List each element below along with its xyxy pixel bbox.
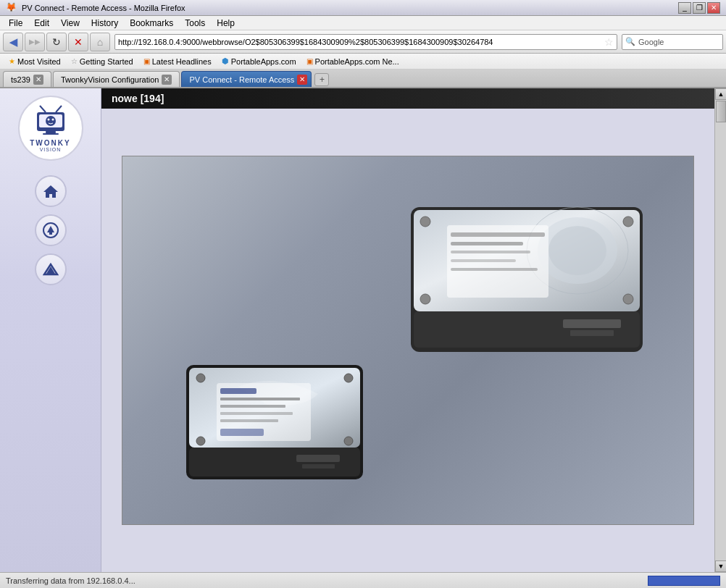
browser-icon: 🦊 [6,2,17,14]
menu-history[interactable]: History [85,17,124,30]
svg-rect-48 [302,464,335,469]
tab-pv-connect[interactable]: PV Connect - Remote Access ✕ [181,71,312,87]
svg-rect-44 [220,419,278,422]
svg-rect-32 [570,330,614,336]
star-icon: ☆ [71,57,78,65]
tab-twonky-config-close[interactable]: ✕ [162,75,172,85]
twonky-tv-svg [33,105,69,138]
status-bar: Transferring data from 192.168.0.4... [0,572,726,588]
navigation-bar: ◀ ▶▶ ↻ ✕ ⌂ http://192.168.0.4:9000/webbr… [0,30,726,54]
svg-rect-12 [49,232,52,235]
svg-point-20 [420,217,430,227]
svg-rect-31 [563,319,621,328]
svg-rect-45 [220,429,264,436]
svg-point-19 [548,226,606,275]
close-button[interactable]: ✕ [707,2,720,14]
address-bar[interactable]: http://192.168.0.4:9000/webbrowse/O2$805… [114,34,617,50]
menu-view[interactable]: View [55,17,85,30]
svg-point-23 [623,294,633,304]
menu-file[interactable]: File [3,17,28,30]
svg-rect-28 [451,259,516,262]
tab-pv-connect-label: PV Connect - Remote Access [189,75,294,84]
menu-tools[interactable]: Tools [179,17,211,30]
content-header: nowe [194] [101,88,714,109]
stop-button[interactable]: ✕ [68,33,88,51]
tab-ts239[interactable]: ts239 ✕ [3,71,51,87]
svg-point-5 [47,118,49,120]
svg-rect-29 [451,268,538,271]
content-area: TWONKY VISION nowe [194] [0,88,726,572]
window-title: PV Connect - Remote Access - Mozilla Fir… [22,4,678,12]
svg-line-0 [40,106,46,112]
minimize-button[interactable]: _ [678,2,691,14]
scroll-up-button[interactable]: ▲ [715,88,726,100]
svg-rect-30 [414,311,640,348]
sidebar-up-circle-button[interactable] [35,214,67,246]
search-input[interactable]: Google [638,38,719,46]
scroll-down-button[interactable]: ▼ [715,560,726,572]
bookmark-star-icon[interactable]: ☆ [604,36,614,48]
svg-point-6 [51,118,54,120]
bookmark-most-visited[interactable]: ★ Most Visited [4,56,65,67]
rss-icon-2: ▣ [306,57,313,65]
maximize-button[interactable]: ❐ [693,2,706,14]
bookmark-latest-headlines[interactable]: ▣ Latest Headlines [139,56,216,67]
tabs-bar: ts239 ✕ TwonkyVision Configuration ✕ PV … [0,70,726,88]
svg-rect-26 [451,242,523,245]
svg-marker-9 [43,185,58,198]
new-tab-button[interactable]: + [314,73,329,86]
portableapps-icon: ⬢ [222,56,229,66]
menu-bar: File Edit View History Bookmarks Tools H… [0,16,726,30]
tab-ts239-close[interactable]: ✕ [33,75,43,85]
svg-point-38 [344,437,353,445]
scroll-thumb[interactable] [716,101,726,122]
home-button[interactable]: ⌂ [90,33,110,51]
bookmark-getting-started[interactable]: ☆ Getting Started [67,56,138,67]
media-image [122,156,694,525]
refresh-button[interactable]: ↻ [46,33,67,51]
up-triangle-icon [43,261,59,277]
tab-twonky-config[interactable]: TwonkyVision Configuration ✕ [53,71,180,87]
svg-point-22 [623,217,633,227]
svg-line-1 [56,106,62,112]
address-text: http://192.168.0.4:9000/webbrowse/O2$805… [118,38,601,46]
twonky-brand-label: TWONKY [30,139,70,147]
tab-ts239-label: ts239 [11,75,30,84]
svg-rect-47 [296,455,340,462]
svg-point-21 [420,294,430,304]
scroll-track [715,100,726,560]
sidebar-home-button[interactable] [35,175,67,207]
menu-bookmarks[interactable]: Bookmarks [124,17,179,30]
svg-rect-27 [451,251,530,253]
svg-rect-7 [46,131,56,133]
main-content: nowe [194] [101,88,714,572]
sidebar-up-triangle-button[interactable] [35,253,67,285]
window-controls: _ ❐ ✕ [678,2,720,14]
media-container [101,109,714,572]
menu-edit[interactable]: Edit [28,17,55,30]
svg-rect-40 [220,388,256,394]
rss-icon: ▣ [143,57,150,65]
svg-rect-41 [220,398,300,400]
status-text: Transferring data from 192.168.0.4... [6,576,648,585]
svg-rect-8 [43,133,59,135]
tab-pv-connect-close[interactable]: ✕ [297,75,307,85]
svg-point-35 [196,374,205,382]
twonky-sidebar: TWONKY VISION [0,88,101,572]
status-progress-bar [648,576,720,586]
small-hdd-image [180,350,369,495]
bookmark-portableapps[interactable]: ⬢ PortableApps.com [217,56,301,67]
search-bar[interactable]: 🔍 Google [622,34,723,50]
up-circle-icon [43,222,59,238]
twonky-vision-label: VISION [40,147,62,152]
bookmarks-bar: ★ Most Visited ☆ Getting Started ▣ Lates… [0,54,726,70]
right-scrollbar: ▲ ▼ [714,88,726,572]
svg-marker-11 [47,226,54,232]
svg-point-36 [196,437,205,445]
svg-rect-42 [220,405,285,408]
star-icon: ★ [9,57,15,65]
forward-button[interactable]: ▶▶ [25,33,45,51]
menu-help[interactable]: Help [211,17,241,30]
bookmark-portableapps-ne[interactable]: ▣ PortableApps.com Ne... [302,56,404,67]
back-button[interactable]: ◀ [3,33,23,51]
